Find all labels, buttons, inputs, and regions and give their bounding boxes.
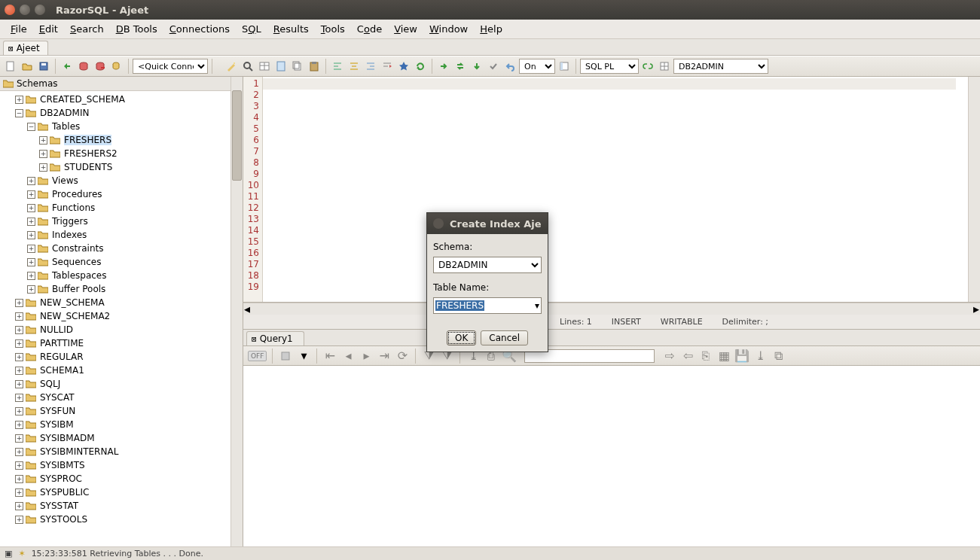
tree-node-nullid[interactable]: +NULLID [0, 323, 243, 336]
new-file-icon[interactable] [3, 59, 18, 74]
dialog-schema-select[interactable]: DB2ADMIN [433, 257, 542, 273]
align-left-icon[interactable] [330, 59, 345, 74]
nav-next-icon[interactable]: ▸ [359, 348, 374, 364]
connect-icon[interactable] [60, 59, 75, 74]
tree-node-triggers[interactable]: +Triggers [0, 215, 243, 228]
tree-node-sysibmadm[interactable]: +SYSIBMADM [0, 431, 243, 445]
tree-node-created-schema[interactable]: +CREATED_SCHEMA [0, 93, 243, 106]
menu-view[interactable]: View [388, 21, 423, 37]
menu-search[interactable]: Search [64, 21, 110, 37]
tree-node-students[interactable]: +STUDENTS [0, 160, 243, 174]
wand-icon[interactable] [224, 59, 239, 74]
menu-results[interactable]: Results [267, 21, 315, 37]
find-icon[interactable] [240, 59, 255, 74]
language-combo[interactable]: SQL PL [580, 59, 639, 74]
window-close-icon[interactable] [5, 5, 15, 15]
tree-node-functions[interactable]: +Functions [0, 201, 243, 215]
copy-result-icon[interactable]: ⎘ [698, 348, 713, 364]
tree-node-tables[interactable]: −Tables [0, 120, 243, 133]
indent-icon[interactable] [363, 59, 378, 74]
align-center-icon[interactable] [347, 59, 362, 74]
refresh-result-icon[interactable]: ⟳ [395, 348, 410, 364]
tree-node-new_schema2[interactable]: +NEW_SCHEMA2 [0, 309, 243, 323]
refresh-icon[interactable] [413, 59, 428, 74]
close-icon[interactable]: ⊠ [252, 334, 257, 344]
window-minimize-icon[interactable] [20, 5, 30, 15]
grid-icon[interactable] [657, 59, 672, 74]
tree-node-indexes[interactable]: +Indexes [0, 228, 243, 242]
outdent-icon[interactable] [380, 59, 395, 74]
menu-edit[interactable]: Edit [33, 21, 64, 37]
dialog-titlebar[interactable]: Create Index Aje [427, 213, 548, 234]
tree-node-sqlj[interactable]: +SQLJ [0, 377, 243, 391]
editor-scrollbar-h[interactable]: ◂▸ [243, 303, 980, 315]
tree-node-db2admin[interactable]: −DB2ADMIN [0, 106, 243, 120]
autocomplete-toggle[interactable]: On [519, 59, 555, 74]
tree-node-views[interactable]: +Views [0, 174, 243, 187]
arrow-down-icon[interactable] [469, 59, 484, 74]
script-icon[interactable] [273, 59, 289, 74]
db-add-icon[interactable] [109, 59, 124, 74]
db-remove-icon[interactable] [93, 59, 108, 74]
tree-node-syspublic[interactable]: +SYSPUBLIC [0, 485, 243, 499]
tree-node-systools[interactable]: +SYSTOOLS [0, 513, 243, 526]
dialog-ok-button[interactable]: OK [447, 330, 476, 345]
tree-node-sequences[interactable]: +Sequences [0, 255, 243, 269]
tree-node-regular[interactable]: +REGULAR [0, 350, 243, 364]
table-icon[interactable] [257, 59, 272, 74]
schema-combo[interactable]: DB2ADMIN [673, 59, 768, 74]
window-maximize-icon[interactable] [35, 5, 45, 15]
check-icon[interactable] [486, 59, 501, 74]
editor-scrollbar-v[interactable] [968, 77, 980, 302]
schema-tree[interactable]: +CREATED_SCHEMA −DB2ADMIN −Tables +FRESH… [0, 91, 243, 546]
menu-tools[interactable]: Tools [315, 21, 351, 37]
tree-node-tablespaces[interactable]: +Tablespaces [0, 269, 243, 282]
arrow-right-icon[interactable] [436, 59, 451, 74]
menu-code[interactable]: Code [351, 21, 388, 37]
menu-file[interactable]: File [5, 21, 33, 37]
db-icon[interactable] [76, 59, 91, 74]
nav-last-icon[interactable]: ⇥ [377, 348, 392, 364]
dialog-table-select[interactable]: FRESHERS ▾ [433, 297, 542, 314]
link-icon[interactable] [640, 59, 655, 74]
tree-node-new_schema[interactable]: +NEW_SCHEMA [0, 296, 243, 309]
menu-sql[interactable]: SQL [236, 21, 267, 37]
sidebar-scrollbar[interactable] [230, 77, 243, 546]
tree-node-parttime[interactable]: +PARTTIME [0, 336, 243, 350]
tree-node-bufferpools[interactable]: +Buffer Pools [0, 282, 243, 296]
open-file-icon[interactable] [20, 59, 35, 74]
dialog-cancel-button[interactable]: Cancel [481, 330, 528, 345]
save-result-icon[interactable] [278, 348, 293, 364]
sql-editor[interactable] [263, 77, 968, 302]
connection-tab-ajeet[interactable]: ⊠ Ajeet [3, 41, 48, 55]
arrow-swap-icon[interactable] [453, 59, 468, 74]
results-off-toggle[interactable]: OFF [248, 351, 267, 361]
result-opts2-icon[interactable]: 💾 [734, 348, 750, 364]
tree-node-sysfun[interactable]: +SYSFUN [0, 404, 243, 418]
tree-node-sysibm[interactable]: +SYSIBM [0, 418, 243, 431]
menu-connections[interactable]: Connections [163, 21, 236, 37]
result-opts1-icon[interactable]: ▦ [716, 348, 731, 364]
tree-node-freshers[interactable]: +FRESHERS [0, 133, 243, 147]
tree-node-sysproc[interactable]: +SYSPROC [0, 472, 243, 485]
dropdown-icon[interactable]: ▾ [296, 348, 311, 364]
dialog-close-icon[interactable] [433, 218, 444, 229]
nav-first-icon[interactable]: ⇤ [322, 348, 337, 364]
menu-dbtools[interactable]: DB Tools [110, 21, 163, 37]
paste-icon[interactable] [307, 59, 322, 74]
go-prev-icon[interactable]: ⇦ [680, 348, 695, 364]
tree-node-sysstat[interactable]: +SYSSTAT [0, 499, 243, 513]
show-panel-icon[interactable] [557, 59, 572, 74]
tree-node-sysibminternal[interactable]: +SYSIBMINTERNAL [0, 445, 243, 458]
result-opts4-icon[interactable]: ⧉ [771, 348, 786, 364]
quick-connect-combo[interactable]: <Quick Connect> [133, 59, 208, 74]
result-opts3-icon[interactable]: ⤓ [753, 348, 768, 364]
tree-node-sysibmts[interactable]: +SYSIBMTS [0, 458, 243, 472]
tree-node-constraints[interactable]: +Constraints [0, 242, 243, 255]
close-icon[interactable]: ⊠ [8, 44, 14, 53]
go-next-icon[interactable]: ⇨ [662, 348, 677, 364]
tree-node-freshers2[interactable]: +FRESHERS2 [0, 147, 243, 160]
copy-icon[interactable] [290, 59, 305, 74]
save-icon[interactable] [36, 59, 51, 74]
nav-prev-icon[interactable]: ◂ [340, 348, 356, 364]
